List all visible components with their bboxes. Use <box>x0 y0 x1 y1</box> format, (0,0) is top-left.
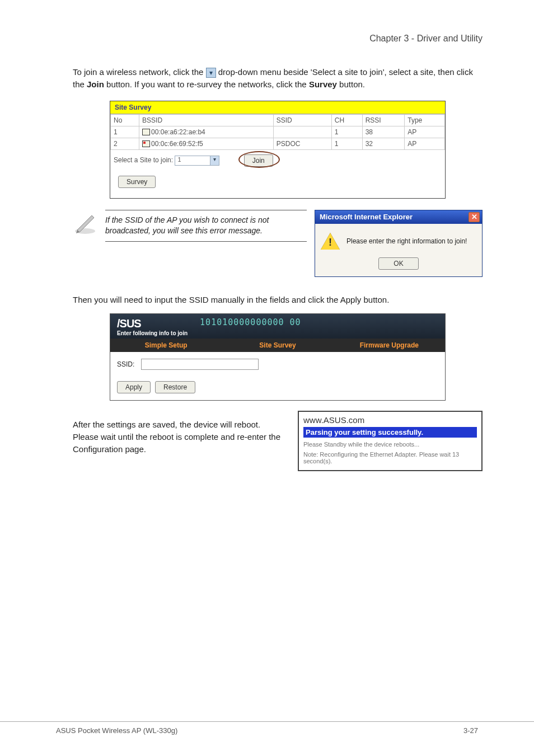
cell-ssid <box>273 126 331 138</box>
chevron-down-icon: ▾ <box>210 156 219 165</box>
footer-product: ASUS Pocket Wireless AP (WL-330g) <box>56 726 177 735</box>
apply-button[interactable]: Apply <box>117 381 151 393</box>
reboot-standby-text: Please Standby while the device reboots.… <box>303 441 477 448</box>
ssid-label: SSID: <box>117 360 134 368</box>
site-select-value: 1 <box>177 156 181 163</box>
close-icon[interactable]: ✕ <box>469 212 480 222</box>
survey-button[interactable]: Survey <box>118 176 156 188</box>
cell-no: 2 <box>111 138 139 149</box>
pencil-note-icon <box>73 210 97 234</box>
device-icon <box>142 140 150 147</box>
ie-dialog-title: Microsoft Internet Explorer <box>320 213 413 221</box>
asus-binary-decoration: 101010000000000 00 <box>200 317 439 327</box>
device-icon <box>142 129 150 135</box>
cell-rssi: 32 <box>362 138 405 149</box>
cell-rssi: 38 <box>362 126 405 138</box>
intro-paragraph: To join a wireless network, click the ▾ … <box>73 66 483 91</box>
cell-bssid: 00:0e:a6:22:ae:b4 <box>139 126 274 138</box>
cell-ssid: PSDOC <box>273 138 331 149</box>
text: button. <box>339 79 365 89</box>
dropdown-icon: ▾ <box>206 68 216 78</box>
ssid-input[interactable] <box>141 359 259 370</box>
tab-site-survey[interactable]: Site Survey <box>222 339 333 352</box>
ie-dialog: Microsoft Internet Explorer ✕ ! Please e… <box>315 210 483 277</box>
asus-subtitle: Enter following info to join <box>117 330 188 336</box>
ie-dialog-message: Please enter the right information to jo… <box>346 237 467 245</box>
cell-ch: 1 <box>331 138 362 149</box>
restore-button[interactable]: Restore <box>155 381 195 393</box>
col-bssid: BSSID <box>139 114 274 126</box>
cell-no: 1 <box>111 126 139 138</box>
asus-logo: /SUS <box>117 317 188 330</box>
col-ssid: SSID <box>273 114 331 126</box>
col-ch: CH <box>331 114 362 126</box>
ok-button[interactable]: OK <box>378 257 418 270</box>
col-type: Type <box>405 114 445 126</box>
table-row[interactable]: 1 00:0e:a6:22:ae:b4 1 38 AP <box>111 126 445 138</box>
reboot-url: www.ASUS.com <box>303 415 477 425</box>
text: button. If you want to re-survey the net… <box>106 79 309 89</box>
reboot-paragraph: After the settings are saved, the device… <box>73 419 288 463</box>
survey-word: Survey <box>309 79 337 89</box>
cell-ch: 1 <box>331 126 362 138</box>
site-survey-title: Site Survey <box>110 101 445 114</box>
note-text: If the SSID of the AP you wish to connec… <box>105 210 307 242</box>
warning-icon: ! <box>321 233 340 250</box>
bssid-text: 00:0c:6e:69:52:f5 <box>151 140 203 148</box>
col-no: No <box>111 114 139 126</box>
col-rssi: RSSI <box>362 114 405 126</box>
cell-bssid: 00:0c:6e:69:52:f5 <box>139 138 274 149</box>
reboot-status-panel: www.ASUS.com Parsing your setting succes… <box>298 411 483 471</box>
join-word: Join <box>87 79 104 89</box>
footer-page-number: 3-27 <box>463 726 478 735</box>
cell-type: AP <box>405 138 445 149</box>
text: To join a wireless network, click the <box>73 67 206 77</box>
reboot-status-message: Parsing your setting successfully. <box>303 427 477 438</box>
reboot-note-text: Note: Reconfiguring the Ethernet Adapter… <box>303 451 477 464</box>
tab-firmware-upgrade[interactable]: Firmware Upgrade <box>334 339 445 352</box>
chapter-heading: Chapter 3 - Driver and Utility <box>73 34 483 44</box>
page-footer: ASUS Pocket Wireless AP (WL-330g) 3-27 <box>0 721 534 735</box>
asus-config-panel: /SUS Enter following info to join 101010… <box>110 313 446 401</box>
cell-type: AP <box>405 126 445 138</box>
site-survey-panel: Site Survey No BSSID SSID CH RSSI Type 1… <box>110 101 446 199</box>
tab-simple-setup[interactable]: Simple Setup <box>110 339 222 352</box>
select-site-label: Select a Site to join: <box>114 156 173 164</box>
bssid-text: 00:0e:a6:22:ae:b4 <box>151 128 205 136</box>
highlight-ellipse-icon <box>238 151 280 168</box>
table-row[interactable]: 2 00:0c:6e:69:52:f5 PSDOC 1 32 AP <box>111 138 445 149</box>
site-survey-table: No BSSID SSID CH RSSI Type 1 00:0e:a6:22… <box>110 114 445 150</box>
second-paragraph: Then you will need to input the SSID man… <box>73 294 483 306</box>
site-select-dropdown[interactable]: 1 ▾ <box>175 156 219 166</box>
